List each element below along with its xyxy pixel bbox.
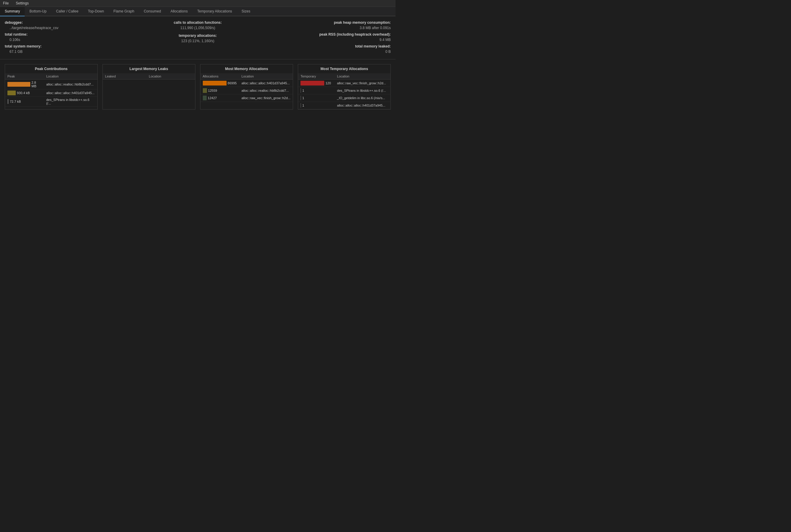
panel-alloc-title: Most Memory Allocations (201, 64, 293, 73)
total-runtime-label: total runtime: (5, 32, 27, 37)
tab-sizes[interactable]: Sizes (237, 7, 255, 16)
panel-largest-leaks: Largest Memory Leaks Leaked Location (102, 64, 195, 110)
menu-bar: File Settings (0, 0, 396, 7)
summary-info: debuggee: ../target/release/heaptrace_cs… (0, 16, 396, 59)
table-row[interactable]: 1 _IO_getdelim in libc.so.6 (/nix/s... (298, 94, 391, 102)
tab-temporary-allocations[interactable]: Temporary Allocations (192, 7, 237, 16)
panel-leaks-table: Leaked Location (103, 73, 195, 109)
debuggee-value: ../target/release/heaptrace_csv (5, 26, 58, 30)
peak-col-location: Location (44, 73, 97, 79)
panel-most-allocations: Most Memory Allocations Allocations Loca… (200, 64, 293, 110)
temp-cell-location: _IO_getdelim in libc.so.6 (/nix/s... (335, 94, 391, 102)
peak-cell-location: alloc::alloc::alloc::h401d37a945... (44, 89, 97, 97)
main-content: Peak Contributions Peak Location 2.8 MB … (0, 59, 396, 114)
temporary-value: 123 (0.11%, 1,160/s) (181, 39, 214, 43)
temp-cell-value: 1 (298, 87, 335, 94)
peak-rss-value: 9.4 MB (379, 38, 391, 42)
temp-cell-value: 120 (298, 79, 335, 87)
info-col-3: peak heap memory consumption: 3.8 MB aft… (262, 20, 391, 56)
table-row[interactable]: 120 alloc::raw_vec::finish_grow::h2d... (298, 79, 391, 87)
total-system-memory-label: total system memory: (5, 44, 41, 49)
debuggee-label: debuggee: (5, 20, 23, 25)
peak-cell-value: 72.7 kB (5, 97, 44, 107)
alloc-cell-location: alloc::alloc::alloc::h401d37a945... (239, 79, 293, 87)
panel-most-temporary: Most Temporary Allocations Temporary Loc… (298, 64, 391, 110)
panel-peak-table: Peak Location 2.8 MB alloc::alloc::reall… (5, 73, 97, 109)
table-row[interactable]: 1 des_SPtrans in libstdc++.so.6 (/... (298, 87, 391, 94)
peak-cell-value: 930.4 kB (5, 89, 44, 97)
leaks-col-location: Location (146, 73, 195, 79)
temp-cell-value: 1 (298, 94, 335, 102)
info-col-2: calls to allocation functions: 111,990 (… (133, 20, 262, 56)
peak-cell-location: alloc::alloc::realloc::hb8b2cdd7... (44, 79, 97, 89)
tab-top-down[interactable]: Top-Down (83, 7, 109, 16)
panel-temp-table: Temporary Location 120 alloc::raw_vec::f… (298, 73, 391, 109)
total-system-memory-value: 67.1 GB (5, 50, 22, 54)
alloc-cell-value: 12559 (201, 87, 239, 94)
peak-cell-location: des_SPtrans in libstdc++.so.6 (/... (44, 97, 97, 107)
temp-col-temporary: Temporary (298, 73, 335, 79)
table-row[interactable]: 12559 alloc::alloc::realloc::hb8b2cdd7..… (201, 87, 293, 94)
calls-value: 111,990 (1,056,509/s) (180, 26, 215, 30)
tab-bottom-up[interactable]: Bottom-Up (25, 7, 51, 16)
temp-col-location: Location (335, 73, 391, 79)
temp-cell-value: 1 (298, 102, 335, 109)
table-row[interactable]: 2.8 MB alloc::alloc::realloc::hb8b2cdd7.… (5, 79, 97, 89)
peak-col-peak: Peak (5, 73, 44, 79)
temp-cell-location: alloc::raw_vec::finish_grow::h2d... (335, 79, 391, 87)
tab-allocations[interactable]: Allocations (166, 7, 192, 16)
info-col-1: debuggee: ../target/release/heaptrace_cs… (5, 20, 133, 56)
table-row[interactable]: 72.7 kB des_SPtrans in libstdc++.so.6 (/… (5, 97, 97, 107)
tab-bar: Summary Bottom-Up Caller / Callee Top-Do… (0, 7, 396, 16)
total-leaked-label: total memory leaked: (355, 44, 391, 49)
tab-flame-graph[interactable]: Flame Graph (109, 7, 139, 16)
tab-caller-callee[interactable]: Caller / Callee (51, 7, 83, 16)
peak-cell-value: 2.8 MB (5, 79, 44, 89)
table-row[interactable]: 1 alloc::alloc::alloc::h401d37a945... (298, 102, 391, 109)
alloc-cell-value: 86995 (201, 79, 239, 87)
panel-leaks-title: Largest Memory Leaks (103, 64, 195, 73)
panel-peak-title: Peak Contributions (5, 64, 97, 73)
total-leaked-value: 0 B (385, 50, 391, 54)
alloc-cell-location: alloc::raw_vec::finish_grow::h2d... (239, 94, 293, 102)
menu-file[interactable]: File (1, 1, 11, 6)
table-row[interactable]: 86995 alloc::alloc::alloc::h401d37a945..… (201, 79, 293, 87)
alloc-cell-location: alloc::alloc::realloc::hb8b2cdd7... (239, 87, 293, 94)
panel-peak-contributions: Peak Contributions Peak Location 2.8 MB … (5, 64, 98, 110)
table-row[interactable]: 12427 alloc::raw_vec::finish_grow::h2d..… (201, 94, 293, 102)
panel-alloc-table: Allocations Location 86995 alloc::alloc:… (201, 73, 293, 109)
panel-temp-title: Most Temporary Allocations (298, 64, 391, 73)
temp-cell-location: des_SPtrans in libstdc++.so.6 (/... (335, 87, 391, 94)
temporary-label: temporary allocations: (179, 34, 217, 38)
tab-consumed[interactable]: Consumed (139, 7, 166, 16)
peak-heap-value: 3.8 MB after 0.091s (360, 26, 391, 30)
peak-rss-label: peak RSS (including heaptrack overhead): (319, 32, 391, 37)
menu-settings[interactable]: Settings (14, 1, 30, 6)
leaks-col-leaked: Leaked (103, 73, 147, 79)
total-runtime-value: 0.106s (5, 38, 20, 42)
peak-heap-label: peak heap memory consumption: (334, 20, 391, 25)
table-row[interactable]: 930.4 kB alloc::alloc::alloc::h401d37a94… (5, 89, 97, 97)
tab-summary[interactable]: Summary (0, 7, 25, 16)
calls-label: calls to allocation functions: (174, 20, 222, 25)
temp-cell-location: alloc::alloc::alloc::h401d37a945... (335, 102, 391, 109)
alloc-col-location: Location (239, 73, 293, 79)
alloc-cell-value: 12427 (201, 94, 239, 102)
alloc-col-allocations: Allocations (201, 73, 239, 79)
